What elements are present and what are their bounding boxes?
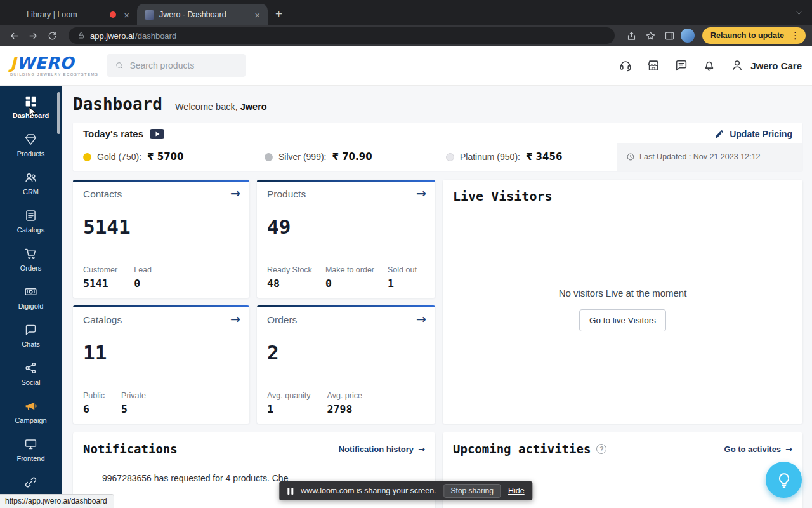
bell-icon[interactable]	[702, 58, 716, 72]
people-icon	[24, 171, 37, 184]
share-nodes-icon	[24, 361, 37, 375]
platinum-rate-value: ₹ 3456	[526, 151, 562, 163]
silver-rate-value: ₹ 70.90	[332, 151, 372, 163]
share-icon[interactable]	[624, 28, 639, 43]
chat-bubble-icon	[24, 323, 37, 337]
money-icon	[24, 285, 37, 298]
search-icon	[115, 60, 124, 70]
side-panel-icon[interactable]	[662, 28, 677, 43]
new-tab-button[interactable]: +	[275, 7, 282, 21]
go-to-live-visitors-button[interactable]: Go to live Visitors	[579, 309, 666, 331]
stat-customer: Customer 5141	[83, 265, 117, 290]
tab-jwero-dashboard[interactable]: Jwero - Dashboard ×	[137, 4, 268, 25]
status-url: https://app.jwero.ai/dashboard	[0, 494, 114, 508]
sidebar-nav: Dashboard Products CRM Catalogs Orders D…	[0, 86, 62, 508]
catalog-icon	[24, 209, 37, 222]
browser-menu-icon[interactable]: ⋮	[788, 30, 802, 41]
logo-tagline: BUILDING JEWELRY ECOSYSTEMS	[10, 72, 98, 76]
sidebar-item-crm[interactable]: CRM	[0, 164, 62, 203]
tab-overflow-chevron-icon[interactable]	[795, 9, 803, 17]
catalogs-card: Catalogs → 11 Public 6 Private 5	[73, 305, 249, 424]
sidebar-item-products[interactable]: Products	[0, 126, 62, 164]
sidebar-item-orders[interactable]: Orders	[0, 241, 62, 279]
live-visitors-panel: Live Visitors No visitors Live at the mo…	[443, 180, 802, 424]
dashboard-icon	[24, 95, 37, 108]
sidebar-item-chats[interactable]: Chats	[0, 317, 62, 355]
update-pricing-button[interactable]: Update Pricing	[714, 129, 792, 139]
account-menu[interactable]: Jwero Care	[730, 58, 802, 72]
relaunch-to-update-button[interactable]: Relaunch to update ⋮	[702, 27, 806, 44]
recording-indicator-icon	[110, 11, 116, 18]
rates-title: Today's rates	[83, 128, 143, 139]
catalogs-count: 11	[83, 341, 239, 364]
jwero-logo[interactable]: JWERO BUILDING JEWELRY ECOSYSTEMS	[10, 55, 98, 76]
stat-sold-out: Sold out 1	[388, 265, 417, 290]
monitor-icon	[24, 438, 37, 451]
clock-icon	[626, 152, 635, 161]
tab-title: Jwero - Dashboard	[159, 10, 247, 19]
orders-arrow-icon[interactable]: →	[416, 312, 426, 326]
orders-count: 2	[267, 341, 425, 364]
go-to-activities-link[interactable]: Go to activites →	[724, 444, 792, 454]
arrow-right-icon: →	[418, 444, 425, 454]
contacts-arrow-icon[interactable]: →	[230, 186, 240, 200]
url-host: app.jwero.ai	[90, 31, 134, 41]
refresh-button[interactable]	[44, 28, 60, 43]
sidebar-item-catalogs[interactable]: Catalogs	[0, 203, 62, 241]
contacts-card: Contacts → 5141 Customer 5141 Lead 0	[73, 180, 249, 298]
gold-rate: Gold (750): ₹ 5700	[73, 143, 254, 171]
sidebar-item-links[interactable]	[0, 469, 62, 496]
forward-button[interactable]	[25, 28, 41, 43]
scrollbar-thumb[interactable]	[57, 92, 60, 134]
card-title: Catalogs	[83, 314, 239, 326]
storefront-icon[interactable]	[646, 58, 660, 72]
youtube-tutorial-icon[interactable]	[150, 129, 164, 139]
search-input[interactable]	[129, 60, 238, 70]
help-fab-button[interactable]	[766, 462, 802, 498]
stat-avg-quantity: Avg. quanity 1	[267, 391, 311, 415]
pause-icon[interactable]	[287, 488, 293, 495]
help-icon[interactable]: ?	[596, 444, 606, 454]
sidebar-item-frontend[interactable]: Frontend	[0, 431, 62, 469]
gold-rate-value: ₹ 5700	[147, 151, 183, 163]
tab-close-icon[interactable]: ×	[121, 10, 132, 20]
products-count: 49	[267, 215, 425, 238]
stat-public: Public 6	[83, 391, 105, 415]
card-title: Contacts	[83, 189, 239, 200]
stop-sharing-button[interactable]: Stop sharing	[444, 484, 501, 498]
logo-j: J	[10, 53, 16, 72]
address-bar[interactable]: app.jwero.ai/dashboard	[69, 27, 615, 44]
stat-ready-stock: Ready Stock 48	[267, 265, 312, 290]
back-button[interactable]	[6, 28, 22, 43]
todays-rates-panel: Today's rates Update Pricing Gold (750):…	[73, 123, 802, 171]
sidebar-item-campaign[interactable]: Campaign	[0, 393, 62, 431]
sidebar-item-digigold[interactable]: Digigold	[0, 279, 62, 317]
megaphone-icon	[24, 399, 37, 413]
url-path: /dashboard	[135, 31, 176, 41]
notification-history-link[interactable]: Notification history →	[339, 444, 425, 454]
catalogs-arrow-icon[interactable]: →	[230, 312, 240, 326]
arrow-right-icon: →	[785, 444, 792, 454]
tab-close-icon[interactable]: ×	[252, 10, 263, 20]
profile-avatar[interactable]	[681, 29, 695, 43]
hide-link[interactable]: Hide	[508, 486, 525, 495]
welcome-name: Jwero	[240, 102, 267, 112]
upcoming-activities-title: Upcoming activities	[453, 442, 591, 456]
chat-icon[interactable]	[674, 58, 688, 72]
share-message: www.loom.com is sharing your screen.	[301, 486, 436, 495]
card-title: Products	[267, 189, 425, 200]
stat-avg-price: Avg. price 2798	[327, 391, 362, 415]
contacts-count: 5141	[83, 215, 239, 238]
sidebar-item-dashboard[interactable]: Dashboard	[0, 88, 62, 126]
screen-share-bar: www.loom.com is sharing your screen. Sto…	[279, 481, 532, 500]
silver-rate: Silver (999): ₹ 70.90	[254, 143, 436, 171]
products-arrow-icon[interactable]: →	[416, 186, 426, 200]
account-name: Jwero Care	[750, 60, 802, 71]
bookmark-star-icon[interactable]	[643, 28, 658, 43]
person-icon	[730, 58, 744, 72]
product-search[interactable]	[107, 54, 246, 77]
tab-loom[interactable]: Library | Loom ×	[19, 4, 137, 25]
sidebar-item-social[interactable]: Social	[0, 355, 62, 393]
support-headset-icon[interactable]	[619, 58, 632, 72]
last-updated-chip: Last Updated : Nov 21 2023 12:12	[617, 143, 802, 171]
